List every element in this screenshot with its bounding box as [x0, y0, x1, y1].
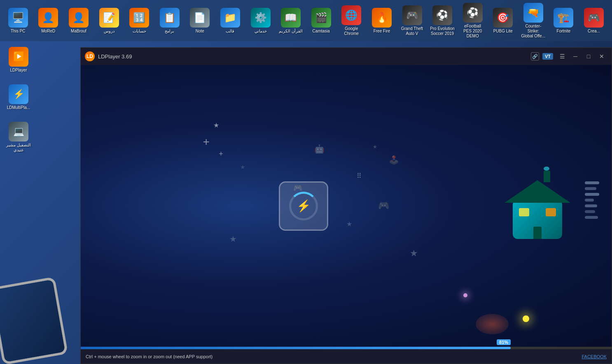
sidebar-icons: ▶️ LDPlayer ⚡ LDMultiPla... 💻 التصفيل مش…: [4, 45, 33, 154]
loading-icon: ⚡: [297, 199, 311, 213]
icon-emoji-pes2020: ⚽: [467, 7, 479, 19]
icon-img-note: 📄: [190, 8, 210, 28]
taskbar-icon-chrome[interactable]: 🌐 Google Chrome: [338, 4, 366, 38]
sidebar-label-tutorial: التصفيل مشير عتيدي: [6, 143, 31, 153]
ldplayer-titlebar: LD LDPlayer 3.69 🔗 VT ☰ ─ □ ✕: [81, 48, 612, 65]
ldplayer-statusbar: Ctrl + mouse wheel to zoom in or zoom ou…: [81, 349, 612, 364]
icon-img-pubg: 🎯: [493, 8, 513, 28]
star-deco-5: ★: [373, 144, 377, 150]
facebook-link[interactable]: FACEBOOK: [582, 354, 607, 359]
minimize-button[interactable]: ─: [570, 51, 581, 62]
taskbar-icon-quran[interactable]: 📖 القرآن الكريم: [277, 6, 305, 35]
chimney-steam: [544, 167, 549, 171]
icon-label-calc: حسابات: [133, 29, 146, 34]
icon-label-mo-red: MoReD: [41, 29, 55, 34]
close-button[interactable]: ✕: [596, 51, 607, 62]
sidebar-icon-ldplayer[interactable]: ▶️ LDPlayer: [4, 45, 33, 74]
icon-img-pes2020: ⚽: [463, 3, 483, 23]
taskbar-icon-mabsouf[interactable]: 👤 MaBrouf: [65, 6, 93, 35]
sidebar-icon-ldmulti[interactable]: ⚡ LDMultiPla...: [4, 83, 33, 112]
taskbar-icon-this-pc[interactable]: 🖥️ This PC: [4, 6, 32, 35]
android-icon: 🤖: [314, 144, 325, 154]
icon-emoji-create: 🎮: [588, 12, 600, 23]
sidebar-emoji-ldmulti: ⚡: [13, 89, 24, 100]
star-deco-2: ★: [240, 164, 245, 170]
taskbar-icon-calc[interactable]: 🔢 حسابات: [125, 6, 153, 35]
taskbar-icon-create[interactable]: 🎮 Crea...: [580, 6, 608, 35]
icon-label-this-pc: This PC: [11, 29, 26, 34]
icon-emoji-files: 📁: [224, 12, 236, 23]
icon-img-settings: ⚙️: [251, 8, 271, 28]
link-icon[interactable]: 🔗: [531, 52, 539, 60]
grid-icon: ⠿: [357, 172, 362, 180]
desktop: 🖥️ This PC 👤 MoReD 👤 MaBrouf 📝 دروس 🔢 حس…: [0, 0, 612, 364]
icon-label-gta5: Grand Theft Auto V: [400, 26, 425, 36]
star-deco-4: ★: [346, 220, 352, 228]
maximize-button[interactable]: □: [583, 51, 594, 62]
icon-emoji-calc: 🔢: [133, 12, 145, 23]
plus-deco-1: +: [203, 135, 209, 148]
icon-label-camtasia: Camtasia: [313, 29, 330, 34]
tablet-device: [0, 282, 66, 364]
taskbar-icon-pes2019[interactable]: ⚽ Pro Evolution Soccer 2019: [428, 4, 456, 38]
taskbar-icon-apps[interactable]: 📋 برامج: [156, 6, 184, 35]
taskbar-icon-mo-red[interactable]: 👤 MoReD: [35, 6, 63, 35]
icon-label-files: قالب: [226, 29, 234, 34]
taskbar-icon-notepad[interactable]: 📝 دروس: [95, 6, 123, 35]
icon-img-mo-red: 👤: [38, 8, 58, 28]
house-dashes: [585, 181, 599, 222]
house-chimney: [544, 171, 550, 182]
icon-emoji-this-pc: 🖥️: [12, 12, 24, 23]
icon-label-pes2020: eFootball PES 2020 DEMO: [460, 24, 485, 39]
icon-emoji-camtasia: 🎬: [315, 12, 327, 23]
house-graphic: [505, 173, 579, 239]
icon-emoji-mo-red: 👤: [42, 12, 54, 23]
taskbar-icon-csgo[interactable]: 🔫 Counter-Strike: Global Offe...: [519, 1, 547, 40]
icon-label-quran: القرآن الكريم: [279, 29, 303, 34]
ldplayer-logo: LD: [85, 51, 95, 61]
plus-deco-2: +: [219, 150, 223, 158]
menu-button[interactable]: ☰: [556, 51, 568, 62]
ldplayer-content: ★ ★ ★ ★ ★ ★ + + 🤖 🎮 ⠿ 🎮 🕹️ ⚡: [81, 65, 612, 347]
taskbar-icon-note[interactable]: 📄 Note: [186, 6, 214, 35]
taskbar-icon-fortnite[interactable]: 🏗️ Fortnite: [550, 6, 578, 35]
taskbar-icon-pes2020[interactable]: ⚽ eFootball PES 2020 DEMO: [459, 1, 487, 40]
taskbar-icon-camtasia[interactable]: 🎬 Camtasia: [307, 6, 335, 35]
icon-emoji-chrome: 🌐: [345, 9, 357, 21]
vt-badge: VT: [542, 53, 553, 60]
taskbar-icon-gta5[interactable]: 🎮 Grand Theft Auto V: [398, 4, 426, 38]
icon-img-freefire: 🔥: [372, 8, 392, 28]
taskbar-icon-freefire[interactable]: 🔥 Free Fire: [368, 6, 396, 35]
sidebar-label-ldmulti: LDMultiPla...: [7, 105, 30, 110]
icon-label-chrome: Google Chrome: [339, 26, 364, 36]
icon-label-pubg: PUBG Lite: [493, 29, 513, 34]
icon-label-apps: برامج: [165, 29, 174, 34]
progress-bar-fill: 81%: [81, 347, 511, 349]
taskbar-icon-pubg[interactable]: 🎯 PUBG Lite: [489, 6, 517, 35]
gamepad-icon-2: 🎮: [378, 200, 389, 211]
house-body: [513, 200, 562, 239]
icon-emoji-notepad: 📝: [103, 12, 115, 23]
sidebar-label-ldplayer: LDPlayer: [10, 68, 27, 73]
icon-label-mabsouf: MaBrouf: [71, 29, 86, 34]
icon-img-this-pc: 🖥️: [8, 8, 28, 28]
sidebar-icon-img-tutorial: 💻: [9, 122, 28, 141]
glow-dot-purple: [463, 293, 467, 297]
icon-img-create: 🎮: [584, 8, 604, 28]
icon-img-gta5: 🎮: [402, 5, 422, 25]
sidebar-icon-tutorial[interactable]: 💻 التصفيل مشير عتيدي: [4, 120, 33, 154]
progress-badge: 81%: [497, 339, 511, 345]
icon-emoji-apps: 📋: [164, 12, 176, 23]
glow-dot-yellow: [523, 315, 529, 322]
icon-img-chrome: 🌐: [341, 5, 361, 25]
house-window-left: [519, 208, 529, 216]
window-controls: ☰ ─ □ ✕: [556, 51, 607, 62]
star-deco-6: ★: [410, 248, 418, 259]
taskbar-icon-files[interactable]: 📁 قالب: [216, 6, 244, 35]
sidebar-emoji-ldplayer: ▶️: [13, 51, 24, 62]
icon-label-csgo: Counter-Strike: Global Offe...: [521, 24, 546, 39]
house-roof: [505, 180, 570, 203]
status-text: Ctrl + mouse wheel to zoom in or zoom ou…: [86, 354, 213, 359]
icon-label-note: Note: [196, 29, 204, 34]
taskbar-icon-settings[interactable]: ⚙️ خدماتي: [247, 6, 275, 35]
